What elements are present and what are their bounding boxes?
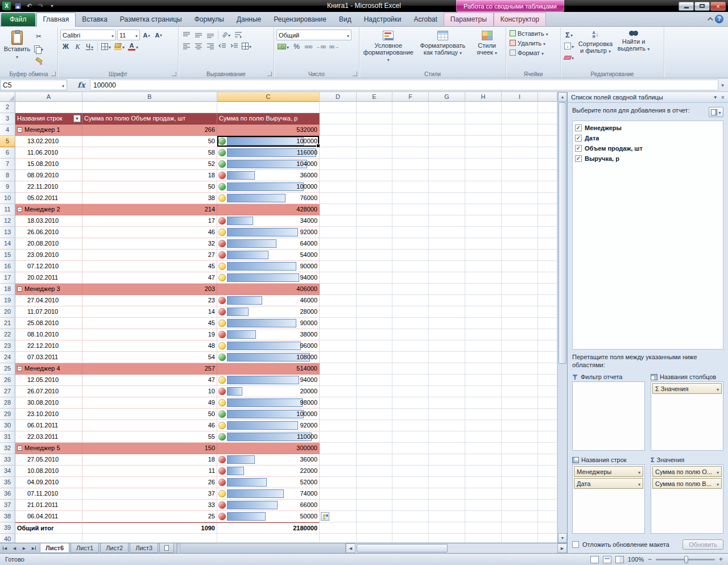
grid-cell[interactable]: 25: [82, 511, 217, 522]
grid-cell[interactable]: [465, 534, 502, 543]
row-header-39[interactable]: 39: [0, 522, 15, 534]
row-header-6[interactable]: 6: [0, 147, 15, 159]
area-field-item[interactable]: Сумма по полю О...: [652, 466, 722, 477]
grid-cell[interactable]: [357, 102, 392, 113]
tab-formulas[interactable]: Формулы: [188, 13, 230, 26]
values-area-box[interactable]: Сумма по полю О...Сумма по полю В...: [651, 464, 723, 534]
grid-cell[interactable]: [429, 466, 465, 477]
grid-cell[interactable]: 58: [82, 147, 217, 159]
grid-cell[interactable]: [429, 352, 465, 363]
grid-cell[interactable]: 50: [82, 181, 217, 193]
conditional-formatting-button[interactable]: Условноеформатирование: [362, 28, 415, 69]
grid-cell[interactable]: 92000: [217, 420, 320, 431]
grid-cell[interactable]: 20.02.2011: [15, 272, 82, 284]
grid-cell[interactable]: 428000: [217, 204, 320, 215]
row-header-38[interactable]: 38: [0, 511, 15, 522]
grid-cell[interactable]: [392, 363, 429, 375]
grid-cell[interactable]: Сумма по полю Объем продаж, шт: [82, 113, 217, 124]
grid-cell[interactable]: [320, 477, 357, 488]
grid-cell[interactable]: [357, 386, 392, 397]
grid-cell[interactable]: [465, 454, 502, 466]
first-sheet-button[interactable]: ◀: [0, 543, 10, 553]
align-right-button[interactable]: [205, 41, 216, 51]
bold-button[interactable]: Ж: [60, 41, 71, 52]
grid-cell[interactable]: [392, 477, 429, 488]
grid-cell[interactable]: [429, 318, 465, 329]
row-header-13[interactable]: 13: [0, 227, 15, 238]
delete-cells-button[interactable]: Удалить: [508, 38, 558, 48]
grid-cell[interactable]: [502, 329, 538, 340]
font-color-button[interactable]: А: [127, 41, 139, 52]
borders-button[interactable]: [100, 41, 112, 52]
grid-cell[interactable]: [357, 306, 392, 318]
grid-cell[interactable]: [357, 352, 392, 363]
grid-cell[interactable]: [392, 147, 429, 159]
grid-cell[interactable]: 94000: [217, 272, 320, 284]
sheet-tab[interactable]: Лист3: [130, 543, 158, 553]
sort-filter-button[interactable]: АЯ↓ Сортировкаи фильтр: [576, 28, 615, 69]
fill-color-button[interactable]: [113, 41, 126, 52]
decrease-indent-button[interactable]: [217, 41, 228, 51]
insert-cells-button[interactable]: Вставить: [508, 28, 558, 38]
grid-cell[interactable]: [429, 477, 465, 488]
grid-cell[interactable]: 26: [82, 477, 217, 488]
accounting-format-button[interactable]: [276, 41, 290, 52]
grid-cell[interactable]: [392, 466, 429, 477]
grid-cell[interactable]: [465, 215, 502, 227]
grid-cell[interactable]: [502, 238, 538, 250]
row-header-40[interactable]: 40: [0, 534, 15, 543]
grid-cell[interactable]: [392, 511, 429, 522]
row-header-17[interactable]: 17: [0, 272, 15, 284]
grid-cell[interactable]: [320, 522, 357, 534]
row-header-4[interactable]: 4: [0, 124, 15, 136]
grid-cell[interactable]: [465, 511, 502, 522]
grow-font-button[interactable]: А▴: [141, 30, 152, 40]
tab-acrobat[interactable]: Acrobat: [408, 13, 444, 26]
grid-cell[interactable]: 514000: [217, 363, 320, 375]
row-header-34[interactable]: 34: [0, 466, 15, 477]
grid-cell[interactable]: [357, 454, 392, 466]
grid-cell[interactable]: [465, 375, 502, 386]
grid-cell[interactable]: [320, 102, 357, 113]
grid-cell[interactable]: [465, 193, 502, 204]
grid-cell[interactable]: [465, 284, 502, 295]
grid-cell[interactable]: [392, 375, 429, 386]
grid-cell[interactable]: [465, 386, 502, 397]
grid-cell[interactable]: [429, 215, 465, 227]
grid-cell[interactable]: [429, 375, 465, 386]
grid-cell[interactable]: [320, 386, 357, 397]
grid-cell[interactable]: −Менеджер 5: [15, 443, 82, 454]
grid-cell[interactable]: [320, 113, 357, 124]
column-header-I[interactable]: I: [502, 92, 538, 102]
grid-cell[interactable]: [429, 397, 465, 409]
increase-decimal-button[interactable]: ←00: [315, 41, 327, 52]
grid-cell[interactable]: [320, 443, 357, 454]
grid-cell[interactable]: 50: [82, 136, 217, 147]
grid-cell[interactable]: [320, 397, 357, 409]
grid-cell[interactable]: 06.01.2011: [15, 420, 82, 431]
grid-cell[interactable]: 11.06.2010: [15, 147, 82, 159]
grid-cell[interactable]: [502, 159, 538, 170]
rows-area-box[interactable]: МенеджерыДата: [572, 464, 645, 534]
grid-cell[interactable]: [465, 488, 502, 500]
grid-cell[interactable]: 47: [82, 272, 217, 284]
grid-cell[interactable]: [502, 454, 538, 466]
grid-cell[interactable]: [392, 250, 429, 261]
grid-cell[interactable]: [217, 534, 320, 543]
grid-cell[interactable]: [392, 443, 429, 454]
font-name-select[interactable]: Calibri: [60, 30, 116, 40]
grid-cell[interactable]: [429, 295, 465, 306]
grid-cell[interactable]: 66000: [217, 500, 320, 511]
grid-cell[interactable]: [392, 386, 429, 397]
grid-cell[interactable]: [217, 102, 320, 113]
grid-cell[interactable]: 48: [82, 340, 217, 352]
sheet-tab[interactable]: Лист2: [100, 543, 129, 553]
clear-button[interactable]: [563, 52, 575, 63]
grid-cell[interactable]: [429, 102, 465, 113]
grid-cell[interactable]: [392, 113, 429, 124]
grid-cell[interactable]: [357, 363, 392, 375]
wrap-text-button[interactable]: [233, 30, 243, 40]
grid-cell[interactable]: [392, 306, 429, 318]
grid-cell[interactable]: [502, 420, 538, 431]
grid-cell[interactable]: [320, 363, 357, 375]
